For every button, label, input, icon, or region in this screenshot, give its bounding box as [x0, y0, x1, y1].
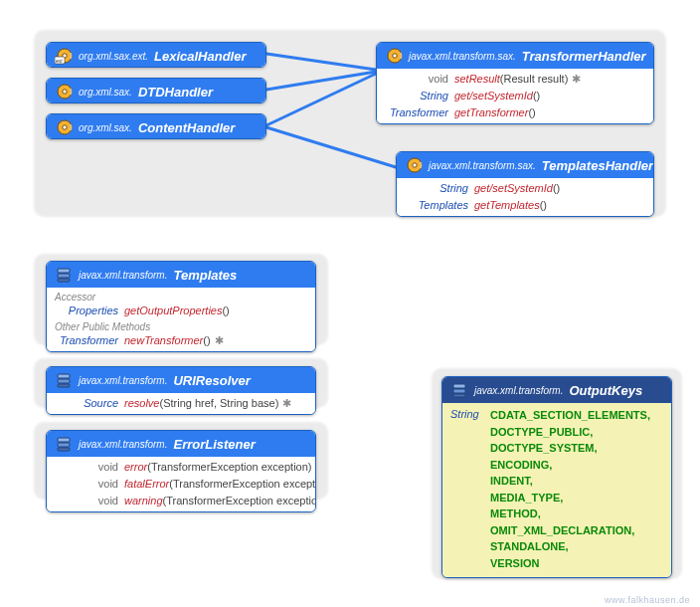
- stack-icon: [55, 371, 73, 389]
- svg-point-11: [63, 125, 67, 129]
- svg-rect-21: [58, 384, 70, 387]
- return-type: Transformer: [385, 105, 454, 120]
- class-name: DTDHandler: [138, 85, 213, 100]
- method-row: voidsetResult (Result result)✱: [377, 71, 653, 88]
- return-type: String: [405, 181, 474, 196]
- svg-rect-24: [58, 448, 70, 451]
- method-signature: (): [540, 198, 547, 213]
- method-signature: (TransformerException exception): [169, 477, 316, 492]
- svg-rect-22: [58, 438, 70, 442]
- method-row: Stringget/setSystemId (): [377, 88, 653, 104]
- svg-rect-17: [58, 274, 70, 278]
- section-label: Other Public Methods: [47, 319, 315, 332]
- svg-rect-26: [453, 389, 465, 393]
- method-signature: (): [553, 181, 560, 196]
- watermark: www.falkhausen.de: [605, 595, 690, 605]
- class-lexical-handler: ext org.xml.sax.ext. LexicalHandler: [46, 42, 266, 68]
- method-signature: (): [222, 304, 229, 318]
- svg-rect-19: [58, 374, 70, 378]
- method-name: get/setSystemId: [474, 181, 553, 196]
- package-label: javax.xml.transform.: [79, 439, 167, 450]
- method-signature: (String href, String base): [159, 396, 278, 411]
- method-row: voiderror (TransformerException exceptio…: [47, 459, 315, 476]
- method-name: fatalError: [124, 477, 169, 492]
- method-signature: (): [528, 105, 535, 120]
- method-name: newTransformer: [124, 333, 203, 348]
- method-row: voidwarning (TransformerException except…: [47, 493, 315, 509]
- stack-icon: [450, 381, 468, 399]
- package-label: org.xml.sax.: [79, 122, 132, 133]
- throws-icon: ✱: [211, 333, 224, 348]
- method-name: error: [124, 460, 147, 475]
- return-type: String: [385, 89, 454, 103]
- method-row: Stringget/setSystemId (): [397, 180, 653, 197]
- svg-point-9: [63, 90, 67, 94]
- class-name: LexicalHandler: [154, 49, 247, 64]
- return-type: void: [385, 72, 454, 87]
- return-type: void: [55, 460, 124, 475]
- method-name: setResult: [454, 72, 500, 87]
- svg-rect-27: [453, 394, 465, 397]
- return-type: Source: [55, 396, 124, 411]
- package-label: org.xml.sax.ext.: [79, 51, 148, 62]
- svg-rect-20: [58, 379, 70, 383]
- method-signature: (): [533, 89, 540, 103]
- method-signature: (): [203, 333, 210, 348]
- throws-icon: ✱: [278, 396, 291, 411]
- package-label: org.xml.sax.: [79, 87, 132, 98]
- class-name: URIResolver: [173, 373, 250, 388]
- class-name: TemplatesHandler: [542, 158, 653, 173]
- class-transformer-handler: javax.xml.transform.sax. TransformerHand…: [376, 42, 654, 124]
- stack-icon: [55, 266, 73, 284]
- class-name: TransformerHandler: [522, 49, 646, 64]
- class-name: OutputKeys: [569, 383, 642, 398]
- throws-icon: ✱: [312, 460, 316, 475]
- method-row: Sourceresolve (String href, String base)…: [47, 395, 315, 412]
- return-type: Templates: [405, 198, 474, 213]
- disk-icon: [385, 47, 403, 65]
- package-label: javax.xml.transform.sax.: [409, 51, 516, 62]
- method-row: TransformergetTransformer (): [377, 104, 653, 121]
- package-label: javax.xml.transform.sax.: [429, 160, 536, 171]
- method-name: getTemplates: [474, 198, 540, 213]
- disk-icon: [55, 83, 73, 101]
- method-row: voidfatalError (TransformerException exc…: [47, 476, 315, 493]
- disk-icon: [405, 156, 423, 174]
- section-label: Accessor: [47, 290, 315, 303]
- method-signature: (TransformerException exception): [163, 494, 316, 508]
- return-type: Transformer: [55, 333, 124, 348]
- method-signature: (Result result): [500, 72, 568, 87]
- package-label: javax.xml.transform.: [79, 270, 167, 281]
- class-name: Templates: [173, 268, 237, 283]
- package-label: javax.xml.transform.: [79, 375, 167, 386]
- class-dtd-handler: org.xml.sax. DTDHandler: [46, 78, 266, 103]
- return-type: void: [55, 494, 124, 508]
- svg-text:ext: ext: [56, 58, 63, 64]
- method-row: PropertiesgetOutputProperties (): [47, 303, 315, 319]
- method-name: warning: [124, 494, 163, 508]
- method-row: TransformernewTransformer ()✱: [47, 332, 315, 349]
- svg-rect-23: [58, 443, 70, 447]
- constants-list: CDATA_SECTION_ELEMENTS,DOCTYPE_PUBLIC,DO…: [490, 407, 650, 571]
- disk-icon: [55, 118, 73, 136]
- return-type: Properties: [55, 304, 124, 318]
- class-templates-handler: javax.xml.transform.sax. TemplatesHandle…: [396, 151, 654, 217]
- svg-point-15: [413, 163, 417, 167]
- class-uri-resolver: javax.xml.transform. URIResolver Sourcer…: [46, 366, 316, 415]
- class-output-keys: javax.xml.transform. OutputKeys String C…: [441, 376, 672, 578]
- svg-rect-16: [58, 269, 70, 273]
- svg-rect-25: [453, 384, 465, 388]
- method-name: get/setSystemId: [454, 89, 533, 103]
- svg-rect-18: [58, 279, 70, 282]
- method-name: resolve: [124, 396, 159, 411]
- class-name: ErrorListener: [173, 437, 255, 452]
- method-name: getOutputProperties: [124, 304, 222, 318]
- method-signature: (TransformerException exception): [147, 460, 311, 475]
- throws-icon: ✱: [568, 72, 581, 87]
- class-name: ContentHandler: [138, 120, 236, 135]
- class-content-handler: org.xml.sax. ContentHandler: [46, 113, 266, 139]
- return-type: String: [450, 407, 490, 571]
- method-name: getTransformer: [454, 105, 528, 120]
- return-type: void: [55, 477, 124, 492]
- class-templates: javax.xml.transform. Templates AccessorP…: [46, 261, 316, 352]
